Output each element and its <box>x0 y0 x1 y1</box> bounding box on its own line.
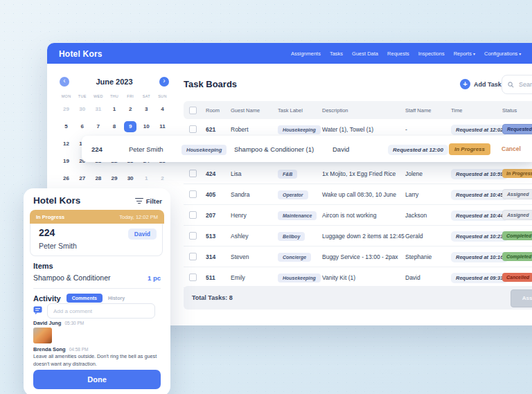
table-row[interactable]: 314 Steven Concierge Buggy Service - 13:… <box>184 247 532 267</box>
calendar-day[interactable]: 29 <box>108 173 121 184</box>
calendar-day[interactable]: 27 <box>76 173 89 184</box>
selected-task-overlay-row[interactable]: 224 Peter Smith Housekeeping Shampoo & C… <box>82 136 532 162</box>
weekday-label: THU <box>106 94 122 98</box>
calendar-day[interactable]: 1 <box>140 173 152 184</box>
calendar-day[interactable]: 26 <box>60 173 73 184</box>
mobile-app-title: Hotel Kors <box>33 195 80 206</box>
weekday-label: SUN <box>154 94 170 98</box>
calendar-day[interactable]: 29 <box>60 104 73 115</box>
comment-timestamp: 04:58 PM <box>69 347 89 352</box>
row-checkbox[interactable] <box>189 170 197 177</box>
search-input[interactable] <box>517 80 532 89</box>
status-badge: In Progress <box>502 169 532 178</box>
nav-item-inspections[interactable]: Inspections <box>418 51 445 57</box>
guest-name: Peter Smith <box>39 242 77 250</box>
calendar-day[interactable]: 10 <box>140 121 152 132</box>
nav-item-requests[interactable]: Requests <box>387 51 409 57</box>
cancel-button[interactable]: Cancel <box>502 145 532 152</box>
tab-history[interactable]: History <box>108 296 125 301</box>
calendar-day[interactable]: 5 <box>60 121 73 132</box>
weekday-label: WED <box>90 94 106 98</box>
task-label-pill: Housekeeping <box>278 125 321 134</box>
calendar-day[interactable]: 8 <box>108 121 121 132</box>
table-row[interactable]: 207 Henry Maintenance Aircon is not work… <box>184 205 532 226</box>
calendar-day-selected[interactable]: 9 <box>124 121 136 132</box>
comment-input[interactable] <box>47 303 155 319</box>
table-row[interactable]: 424 Lisa F&B 1x Mojito, 1x Egg Fried Ric… <box>184 163 532 184</box>
table-row[interactable]: 405 Sandra Operator Wake up call 08:30, … <box>184 184 532 205</box>
task-label-pill: Concierge <box>278 253 311 262</box>
cell-guest: Sandra <box>231 191 278 198</box>
staff-badge: David <box>128 229 157 240</box>
nav-item-tasks[interactable]: Tasks <box>330 51 343 57</box>
cell-description: Aircon is not working <box>322 212 405 219</box>
time-pill: Requested at 10:44 <box>451 211 508 221</box>
table-footer: Total Tasks: 8 Assign <box>184 286 532 310</box>
divider <box>33 288 161 289</box>
table-row[interactable]: 511 Emily Housekeeping Vanity Kit (1) Da… <box>184 267 532 288</box>
activity-heading: Activity <box>33 294 61 303</box>
status-badge: Assigned <box>502 210 532 220</box>
nav-item-reports[interactable]: Reports▾ <box>454 51 475 57</box>
tab-comments[interactable]: Comments <box>66 294 103 303</box>
task-label-pill: F&B <box>278 170 297 179</box>
comment-item: David Jung 05:30 PM <box>33 320 84 326</box>
cell-description: 1x Mojito, 1x Egg Fried Rice <box>322 170 405 177</box>
overlay-room: 224 <box>91 145 129 153</box>
row-checkbox[interactable] <box>189 190 197 198</box>
add-task-button[interactable]: + Add Task <box>460 79 502 89</box>
nav-item-assignments[interactable]: Assignments <box>291 51 321 57</box>
nav-item-guest-data[interactable]: Guest Data <box>352 51 378 57</box>
row-checkbox[interactable] <box>189 125 197 133</box>
table-row[interactable]: 513 Ashley Bellboy Luggage down 2 items … <box>184 226 532 247</box>
cell-description: Luggage down 2 items at 12:45 <box>322 233 405 240</box>
nav-item-configurations[interactable]: Configurations▾ <box>484 51 521 57</box>
weekday-label: MON <box>58 94 74 98</box>
cell-room: 621 <box>206 126 231 133</box>
calendar-day[interactable]: 30 <box>124 173 136 184</box>
filter-button[interactable]: Filter <box>135 197 162 205</box>
cell-guest: Steven <box>231 253 278 260</box>
row-checkbox[interactable] <box>189 274 197 281</box>
row-checkbox[interactable] <box>189 232 197 240</box>
cell-room: 424 <box>206 170 231 177</box>
calendar-header: ‹ June 2023 › <box>58 76 170 87</box>
desktop-background: Hotel Kors Assignments Tasks Guest Data … <box>0 0 532 394</box>
item-row: Shampoo & Conditioner 1 pc <box>33 274 161 282</box>
table-header: Room Guest Name Task Label Description S… <box>184 101 532 119</box>
calendar-day[interactable]: 4 <box>156 104 168 115</box>
calendar-day[interactable]: 30 <box>76 104 89 115</box>
calendar-day[interactable]: 31 <box>92 104 105 115</box>
row-checkbox[interactable] <box>189 211 197 219</box>
calendar-prev-button[interactable]: ‹ <box>60 77 69 87</box>
task-summary-box[interactable]: 224 David Peter Smith <box>30 224 163 256</box>
comment-text: Leave all amenities outside. Don't ring … <box>33 353 163 368</box>
col-time: Time <box>451 107 502 114</box>
cell-staff: - <box>405 126 451 133</box>
calendar-month-label: June 2023 <box>58 76 170 87</box>
calendar-day[interactable]: 19 <box>60 156 73 167</box>
search-box[interactable] <box>502 75 532 94</box>
task-label-pill: Operator <box>278 190 308 199</box>
calendar-day[interactable]: 28 <box>92 173 105 184</box>
top-navbar: Hotel Kors Assignments Tasks Guest Data … <box>47 43 532 64</box>
total-tasks-label: Total Tasks: 8 <box>192 294 233 301</box>
header-checkbox[interactable] <box>189 107 197 114</box>
calendar-day[interactable]: 2 <box>124 104 136 115</box>
cell-guest: Lisa <box>231 170 278 177</box>
calendar-day[interactable]: 12 <box>60 138 73 150</box>
calendar-day[interactable]: 2 <box>156 173 168 184</box>
weekday-label: TUE <box>74 94 90 98</box>
comment-photo-attachment[interactable] <box>33 328 52 343</box>
row-checkbox[interactable] <box>189 253 197 260</box>
col-task-label: Task Label <box>278 107 322 114</box>
calendar-day[interactable]: 7 <box>92 121 105 132</box>
task-label-pill: Housekeeping <box>278 274 321 283</box>
calendar-day[interactable]: 3 <box>140 104 152 115</box>
calendar-next-button[interactable]: › <box>159 77 169 87</box>
done-button[interactable]: Done <box>33 370 161 389</box>
calendar-day[interactable]: 1 <box>108 104 121 115</box>
calendar-day[interactable]: 6 <box>76 121 89 132</box>
calendar-day[interactable]: 11 <box>156 121 168 132</box>
assign-button[interactable]: Assign <box>511 289 532 307</box>
